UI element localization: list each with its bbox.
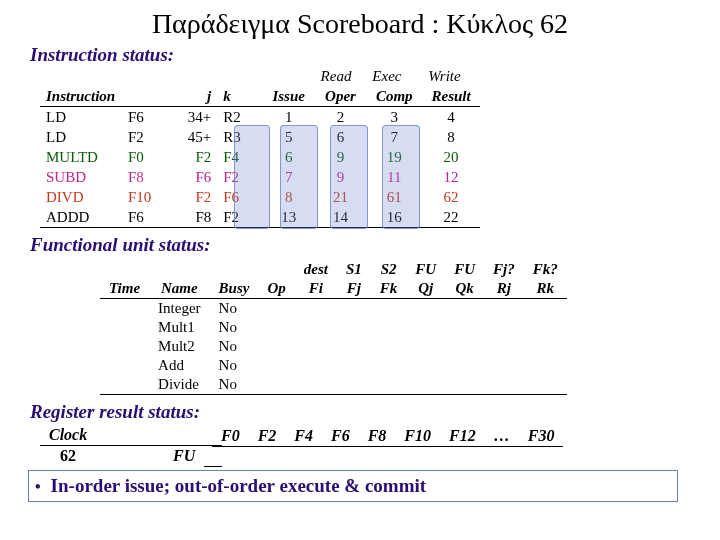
reg-col: F4 — [285, 426, 322, 447]
fu-row: Mult2No — [100, 337, 567, 356]
fu-row: IntegerNo — [100, 299, 567, 319]
instruction-status-table: Read Exec Write Instruction j k Issue Op… — [0, 66, 480, 228]
col-k: k — [217, 86, 263, 107]
fu-col-s2: S2 — [371, 260, 407, 279]
reg-col: F2 — [249, 426, 286, 447]
fu-col-fu2: FU — [445, 260, 484, 279]
reg-col: F12 — [440, 426, 485, 447]
heading-instruction-status: Instruction status: — [0, 44, 720, 66]
instruction-row: DIVDF10F2F68216162 — [40, 187, 480, 207]
fu-status-table: dest S1 S2 FU FU Fj? Fk? Time Name Busy … — [0, 260, 720, 395]
fu-col-fk: Fk — [371, 279, 407, 299]
fu-col-fu1: FU — [406, 260, 445, 279]
fu-col-fj: Fj — [337, 279, 371, 299]
clock-value: 62 — [40, 446, 96, 467]
instruction-row: LDF245+R35678 — [40, 127, 480, 147]
fu-col-rk: Rk — [524, 279, 567, 299]
heading-fu-status: Functional unit status: — [0, 234, 720, 256]
col-result: Result — [422, 86, 480, 107]
reg-col: … — [485, 426, 519, 447]
fu-col-busy: Busy — [210, 279, 259, 299]
col-exec: Exec — [366, 66, 422, 86]
fu-col-qk: Qk — [445, 279, 484, 299]
fu-col-op: Op — [258, 279, 294, 299]
heading-reg-status: Register result status: — [0, 401, 720, 423]
col-oper: Oper — [315, 86, 367, 107]
col-read: Read — [315, 66, 367, 86]
fu-col-fi: Fi — [295, 279, 337, 299]
fu-col-s1: S1 — [337, 260, 371, 279]
fu-col-fjq: Fj? — [484, 260, 524, 279]
slide-title: Παράδειγμα Scoreboard : Κύκλος 62 — [0, 0, 720, 44]
fu-col-rj: Rj — [484, 279, 524, 299]
fu-col-time: Time — [100, 279, 149, 299]
fu-col-dest: dest — [295, 260, 337, 279]
bullet-dot: • — [35, 478, 47, 495]
fu-col-name: Name — [149, 279, 209, 299]
fu-row-label: FU — [96, 446, 204, 467]
fu-row: DivideNo — [100, 375, 567, 395]
reg-col: F8 — [359, 426, 396, 447]
reg-col: F0 — [212, 426, 249, 447]
reg-col: F30 — [519, 426, 564, 447]
summary-text: In-order issue; out-of-order execute & c… — [51, 475, 427, 496]
col-comp: Comp — [366, 86, 422, 107]
fu-row: Mult1No — [100, 318, 567, 337]
instruction-row: SUBDF8F6F2791112 — [40, 167, 480, 187]
instruction-row: LDF634+R21234 — [40, 107, 480, 128]
col-write: Write — [422, 66, 480, 86]
clock-label: Clock — [40, 425, 96, 446]
col-j: j — [172, 86, 218, 107]
instruction-row: MULTDF0F2F4691920 — [40, 147, 480, 167]
col-issue: Issue — [263, 86, 315, 107]
fu-col-fkq: Fk? — [524, 260, 567, 279]
col-instruction: Instruction — [40, 86, 122, 107]
fu-col-qj: Qj — [406, 279, 445, 299]
fu-row: AddNo — [100, 356, 567, 375]
reg-col: F10 — [395, 426, 440, 447]
reg-col: F6 — [322, 426, 359, 447]
summary-box: • In-order issue; out-of-order execute &… — [28, 470, 678, 502]
instruction-row: ADDDF6F8F213141622 — [40, 207, 480, 228]
